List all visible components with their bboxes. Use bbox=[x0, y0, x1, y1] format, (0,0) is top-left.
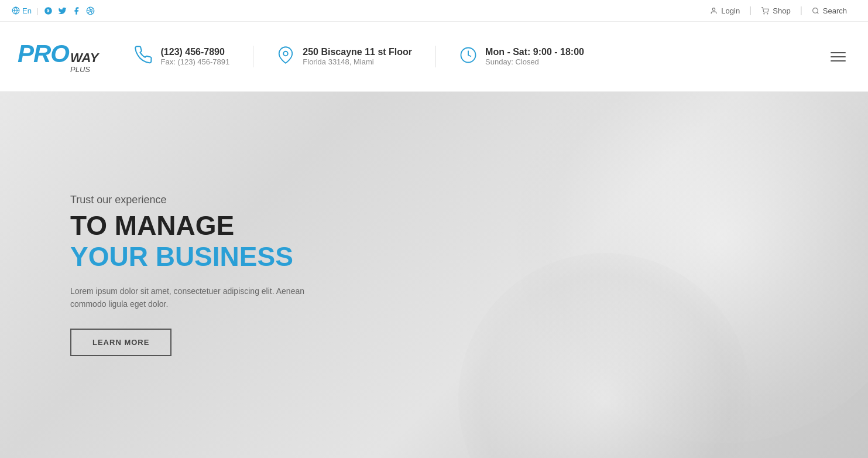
logo-pro: PRO bbox=[18, 40, 69, 68]
logo-way: WAY bbox=[70, 51, 98, 65]
search-icon bbox=[812, 7, 819, 15]
dribbble-icon[interactable] bbox=[85, 5, 95, 16]
hamburger-menu[interactable] bbox=[826, 47, 850, 66]
clock-icon bbox=[459, 46, 477, 67]
phone-info: (123) 456-7890 Fax: (123) 456-7891 bbox=[134, 46, 254, 67]
hours-sub: Sunday: Closed bbox=[485, 57, 584, 66]
svg-point-4 bbox=[764, 13, 764, 13]
logo-way-plus: WAY PLUS bbox=[70, 51, 98, 73]
svg-line-7 bbox=[817, 12, 818, 13]
search-label: Search bbox=[823, 6, 847, 15]
header-info: (123) 456-7890 Fax: (123) 456-7891 250 B… bbox=[134, 46, 826, 67]
address-main: 250 Biscayne 11 st Floor bbox=[303, 47, 412, 57]
logo[interactable]: PRO WAY PLUS bbox=[18, 40, 99, 73]
hours-main: Mon - Sat: 9:00 - 18:00 bbox=[485, 47, 584, 57]
svg-point-6 bbox=[812, 8, 818, 13]
shop-label: Shop bbox=[773, 6, 790, 15]
svg-point-3 bbox=[713, 8, 715, 10]
hero-title-line2: YOUR BUSINESS bbox=[70, 241, 334, 273]
cart-icon bbox=[761, 7, 769, 15]
hero-section: Trust our experience TO MANAGE YOUR BUSI… bbox=[0, 92, 868, 458]
facebook-icon[interactable] bbox=[71, 5, 81, 16]
menu-line-1 bbox=[831, 52, 846, 53]
menu-line-2 bbox=[831, 56, 846, 57]
phone-main: (123) 456-7890 bbox=[161, 47, 230, 57]
hours-text: Mon - Sat: 9:00 - 18:00 Sunday: Closed bbox=[485, 47, 584, 66]
learn-more-button[interactable]: LEARN MORE bbox=[70, 329, 171, 356]
shop-button[interactable]: Shop bbox=[752, 6, 800, 15]
phone-icon bbox=[134, 46, 153, 67]
top-bar: En | Login | bbox=[0, 0, 868, 22]
lang-label: En bbox=[22, 6, 32, 15]
hero-title-line1: TO MANAGE bbox=[70, 211, 334, 241]
globe-icon bbox=[12, 6, 20, 15]
separator: | bbox=[36, 6, 38, 15]
location-icon bbox=[277, 46, 294, 67]
search-button[interactable]: Search bbox=[802, 6, 856, 15]
social-icons bbox=[43, 5, 95, 16]
user-icon bbox=[710, 7, 718, 15]
svg-point-8 bbox=[284, 52, 289, 56]
hours-info: Mon - Sat: 9:00 - 18:00 Sunday: Closed bbox=[436, 46, 608, 67]
logo-plus: PLUS bbox=[70, 66, 98, 73]
top-bar-left: En | bbox=[12, 5, 95, 16]
svg-point-5 bbox=[767, 13, 768, 13]
address-info: 250 Biscayne 11 st Floor Florida 33148, … bbox=[253, 46, 436, 67]
language-selector[interactable]: En bbox=[12, 6, 32, 15]
google-plus-icon[interactable] bbox=[43, 5, 53, 16]
login-button[interactable]: Login bbox=[701, 6, 749, 15]
phone-text: (123) 456-7890 Fax: (123) 456-7891 bbox=[161, 47, 230, 66]
menu-line-3 bbox=[831, 60, 846, 61]
phone-sub: Fax: (123) 456-7891 bbox=[161, 57, 230, 66]
twitter-icon[interactable] bbox=[57, 5, 67, 16]
hero-content: Trust our experience TO MANAGE YOUR BUSI… bbox=[0, 194, 334, 356]
header: PRO WAY PLUS (123) 456-7890 Fax: (123) 4… bbox=[0, 22, 868, 92]
hero-description: Lorem ipsum dolor sit amet, consectetuer… bbox=[70, 285, 334, 311]
hero-subtitle: Trust our experience bbox=[70, 194, 334, 206]
address-text: 250 Biscayne 11 st Floor Florida 33148, … bbox=[303, 47, 412, 66]
top-bar-right: Login | Shop | Search bbox=[701, 5, 856, 16]
login-label: Login bbox=[721, 6, 740, 15]
address-sub: Florida 33148, Miami bbox=[303, 57, 412, 66]
